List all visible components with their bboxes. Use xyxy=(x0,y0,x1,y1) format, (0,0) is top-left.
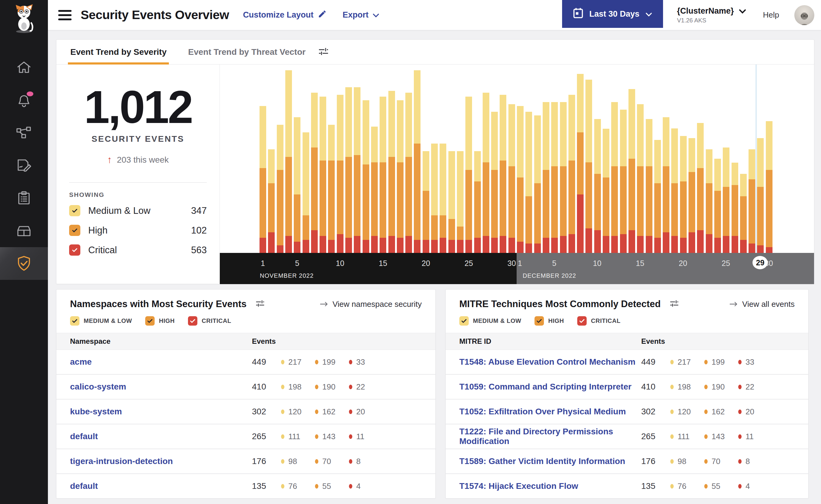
view-all-events-link[interactable]: View all events xyxy=(730,300,795,309)
filter-chip-medium-low[interactable]: MEDIUM & LOW xyxy=(459,316,521,326)
bar-november-28[interactable] xyxy=(491,112,498,253)
table-settings-sliders-icon[interactable] xyxy=(670,299,679,309)
sidebar-item-service-graph[interactable] xyxy=(0,116,48,149)
row-link[interactable]: T1052: Exfiltration Over Physical Medium xyxy=(459,407,641,416)
bar-december-9[interactable] xyxy=(585,80,592,253)
bar-december-4[interactable] xyxy=(543,102,549,253)
bar-november-17[interactable] xyxy=(397,100,404,253)
sidebar-item-storage-box[interactable] xyxy=(0,214,48,247)
sidebar-item-bell[interactable] xyxy=(0,84,48,116)
bar-december-26[interactable] xyxy=(732,163,738,253)
row-link[interactable]: T1059: Command and Scripting Interpreter xyxy=(459,382,641,392)
row-link[interactable]: default xyxy=(70,432,252,441)
bar-december-24[interactable] xyxy=(714,159,721,253)
bar-november-14[interactable] xyxy=(371,127,378,253)
cluster-dropdown[interactable]: {ClusterName} xyxy=(677,6,746,16)
bar-december-6[interactable] xyxy=(560,102,567,253)
bar-december-18[interactable] xyxy=(663,117,670,253)
bar-november-11[interactable] xyxy=(345,87,352,253)
row-link[interactable]: acme xyxy=(70,357,252,367)
help-link[interactable]: Help xyxy=(763,10,779,20)
bar-december-13[interactable] xyxy=(620,110,627,253)
bar-november-29[interactable] xyxy=(500,95,506,253)
bar-november-5[interactable] xyxy=(294,117,301,253)
bar-november-13[interactable] xyxy=(363,100,369,253)
sidebar-item-shield-check[interactable] xyxy=(0,247,48,280)
bar-november-19[interactable] xyxy=(414,70,420,253)
bar-december-21[interactable] xyxy=(689,138,695,253)
chart-settings-sliders-icon[interactable] xyxy=(318,47,329,57)
selected-day-badge[interactable]: 29 xyxy=(753,256,768,269)
bar-november-20[interactable] xyxy=(423,151,429,253)
bar-november-9[interactable] xyxy=(328,125,335,253)
bar-december-20[interactable] xyxy=(680,136,687,253)
bar-december-2[interactable] xyxy=(525,112,532,253)
severity-checkbox[interactable] xyxy=(145,316,154,326)
severity-checkbox[interactable] xyxy=(534,316,544,326)
row-link[interactable]: T1222: File and Directory Permissions Mo… xyxy=(459,427,641,446)
tab-event-trend-by-severity[interactable]: Event Trend by Severity xyxy=(68,40,169,64)
bar-december-23[interactable] xyxy=(706,149,713,253)
row-link[interactable]: calico-system xyxy=(70,382,252,392)
row-link[interactable]: T1548: Abuse Elevation Control Mechanism xyxy=(459,357,641,367)
bar-december-8[interactable] xyxy=(577,74,583,253)
bar-november-18[interactable] xyxy=(405,93,412,253)
bar-december-12[interactable] xyxy=(611,102,618,253)
bar-november-12[interactable] xyxy=(354,87,361,253)
tab-event-trend-by-threat-vector[interactable]: Event Trend by Threat Vector xyxy=(185,40,308,64)
sidebar-item-clipboard-list[interactable] xyxy=(0,182,48,214)
customize-layout-button[interactable]: Customize Layout xyxy=(243,9,327,21)
severity-checkbox[interactable] xyxy=(69,205,80,216)
severity-checkbox[interactable] xyxy=(69,244,80,256)
bar-december-15[interactable] xyxy=(637,104,644,253)
bar-november-3[interactable] xyxy=(277,125,284,253)
filter-chip-medium-low[interactable]: MEDIUM & LOW xyxy=(70,316,132,326)
bar-december-19[interactable] xyxy=(671,128,678,253)
bar-december-1[interactable] xyxy=(517,106,523,253)
bar-november-25[interactable] xyxy=(465,97,472,253)
severity-checkbox[interactable] xyxy=(577,316,587,326)
row-link[interactable]: tigera-intrusion-detection xyxy=(70,456,252,466)
bar-december-17[interactable] xyxy=(654,140,661,253)
filter-chip-high[interactable]: HIGH xyxy=(534,316,564,326)
calico-cat-logo[interactable] xyxy=(13,4,35,33)
row-link[interactable]: default xyxy=(70,481,252,491)
row-link[interactable]: T1589: Gather Victim Identity Informatio… xyxy=(459,456,641,466)
view-namespace-security-link[interactable]: View namespace security xyxy=(320,300,422,309)
bar-november-7[interactable] xyxy=(311,93,318,253)
bar-december-30[interactable] xyxy=(766,121,773,253)
row-link[interactable]: kube-system xyxy=(70,407,252,416)
table-settings-sliders-icon[interactable] xyxy=(256,299,265,309)
bar-november-22[interactable] xyxy=(440,144,446,253)
bar-december-29[interactable] xyxy=(757,138,764,253)
row-link[interactable]: T1574: Hijack Execution Flow xyxy=(459,481,641,491)
bar-november-2[interactable] xyxy=(268,149,275,253)
bar-november-16[interactable] xyxy=(388,91,395,253)
bar-november-8[interactable] xyxy=(320,97,326,253)
bar-december-25[interactable] xyxy=(723,148,730,253)
bar-november-27[interactable] xyxy=(483,93,489,253)
date-range-button[interactable]: Last 30 Days xyxy=(562,0,663,28)
bar-december-5[interactable] xyxy=(551,102,558,253)
bar-november-4[interactable] xyxy=(285,70,292,253)
sidebar-item-home[interactable] xyxy=(0,51,48,84)
hamburger-menu-icon[interactable] xyxy=(58,10,71,20)
bar-november-30[interactable] xyxy=(508,104,515,253)
bar-december-22[interactable] xyxy=(697,123,704,253)
bar-november-15[interactable] xyxy=(380,97,386,253)
bar-november-26[interactable] xyxy=(474,151,481,253)
bar-december-28[interactable] xyxy=(749,149,755,253)
bar-december-10[interactable] xyxy=(594,119,601,253)
sidebar-item-policy-edit[interactable] xyxy=(0,149,48,182)
bar-december-14[interactable] xyxy=(629,89,635,253)
bar-november-24[interactable] xyxy=(457,151,464,253)
filter-chip-critical[interactable]: CRITICAL xyxy=(577,316,620,326)
severity-checkbox[interactable] xyxy=(69,225,80,236)
user-avatar[interactable] xyxy=(794,5,814,25)
bar-november-23[interactable] xyxy=(448,151,455,253)
bar-december-3[interactable] xyxy=(534,115,541,253)
bar-november-10[interactable] xyxy=(337,95,344,253)
bar-december-7[interactable] xyxy=(568,95,575,253)
severity-checkbox[interactable] xyxy=(70,316,79,326)
bar-december-27[interactable] xyxy=(740,174,747,253)
